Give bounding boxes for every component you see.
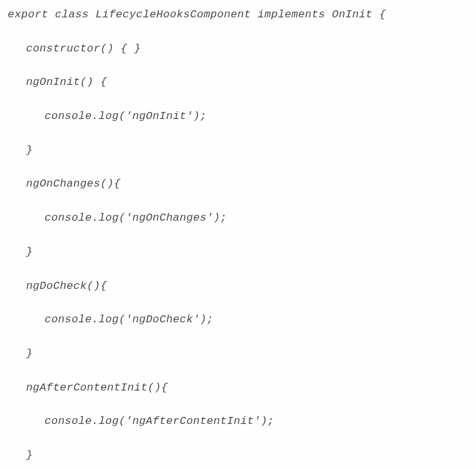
code-line: } (8, 345, 468, 362)
code-line: ngDoCheck(){ (8, 278, 468, 295)
code-line: console.log('ngDoCheck'); (8, 311, 468, 328)
code-line: } (8, 142, 468, 159)
code-line: } (8, 244, 468, 261)
code-line: ngAfterContentInit(){ (8, 380, 468, 396)
code-line: } (8, 447, 468, 464)
code-line: ngOnChanges(){ (8, 176, 468, 192)
code-block: export class LifecycleHooksComponent imp… (8, 6, 468, 469)
code-line: export class LifecycleHooksComponent imp… (8, 6, 468, 23)
code-line: console.log('ngOnChanges'); (8, 210, 468, 226)
code-line: console.log('ngAfterContentInit'); (8, 413, 468, 430)
code-line: ngOnInit() { (8, 74, 468, 91)
code-line: console.log('ngOnInit'); (8, 108, 468, 125)
code-line: constructor() { } (8, 41, 468, 57)
